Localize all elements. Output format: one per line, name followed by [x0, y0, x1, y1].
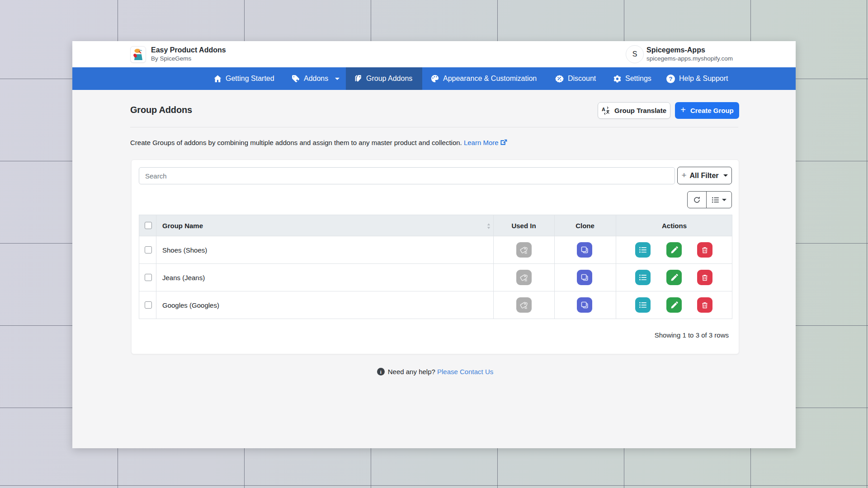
svg-text:?: ?: [669, 75, 673, 82]
svg-text:A: A: [602, 106, 605, 112]
